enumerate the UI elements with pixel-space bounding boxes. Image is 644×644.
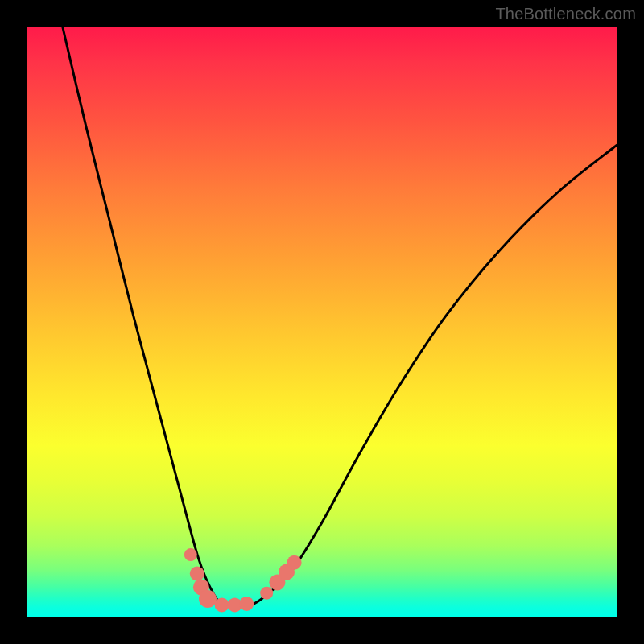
curve-marker: [190, 567, 204, 581]
curve-marker: [215, 597, 229, 612]
chart-frame: TheBottleneck.com: [0, 0, 644, 644]
curve-marker: [239, 597, 254, 611]
plot-area: [27, 27, 617, 617]
curve-marker: [184, 548, 197, 561]
curve-marker: [260, 587, 273, 600]
curve-marker: [199, 590, 217, 608]
curve-marker: [287, 555, 302, 570]
bottleneck-curve: [63, 27, 617, 606]
chart-svg: [27, 27, 617, 617]
watermark-text: TheBottleneck.com: [495, 5, 636, 23]
curve-group: [63, 27, 617, 606]
curve-markers: [184, 548, 302, 612]
